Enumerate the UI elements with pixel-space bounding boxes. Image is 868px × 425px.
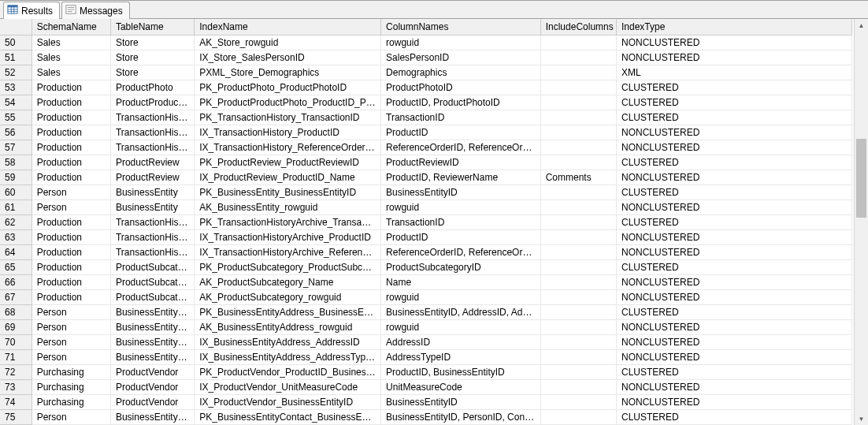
- cell-index[interactable]: PK_ProductProductPhoto_ProductID_Prod...: [195, 95, 381, 110]
- cell-inc[interactable]: [540, 275, 616, 290]
- cell-inc[interactable]: [540, 80, 616, 95]
- cell-cols[interactable]: ProductID: [381, 230, 541, 245]
- cell-schema[interactable]: Person: [32, 305, 110, 320]
- row-number[interactable]: 51: [0, 50, 32, 65]
- cell-inc[interactable]: [540, 35, 616, 50]
- table-row[interactable]: 53ProductionProductPhotoPK_ProductPhoto_…: [0, 80, 852, 95]
- cell-table[interactable]: ProductSubcate...: [110, 260, 194, 275]
- cell-cols[interactable]: BusinessEntityID: [381, 395, 541, 410]
- cell-type[interactable]: NONCLUSTERED: [616, 350, 851, 365]
- cell-type[interactable]: NONCLUSTERED: [616, 140, 851, 155]
- table-row[interactable]: 63ProductionTransactionHisto...IX_Transa…: [0, 230, 852, 245]
- row-number[interactable]: 63: [0, 230, 32, 245]
- cell-inc[interactable]: [540, 320, 616, 335]
- cell-type[interactable]: NONCLUSTERED: [616, 50, 851, 65]
- vertical-scrollbar[interactable]: ▲ ▼: [854, 19, 868, 425]
- cell-schema[interactable]: Sales: [32, 65, 110, 80]
- cell-cols[interactable]: rowguid: [381, 290, 541, 305]
- table-row[interactable]: 66ProductionProductSubcate...AK_ProductS…: [0, 275, 852, 290]
- cell-type[interactable]: XML: [616, 65, 851, 80]
- cell-schema[interactable]: Sales: [32, 35, 110, 50]
- cell-type[interactable]: NONCLUSTERED: [616, 335, 851, 350]
- row-number[interactable]: 68: [0, 305, 32, 320]
- cell-schema[interactable]: Purchasing: [32, 380, 110, 395]
- cell-type[interactable]: NONCLUSTERED: [616, 395, 851, 410]
- row-number[interactable]: 58: [0, 155, 32, 170]
- cell-table[interactable]: ProductVendor: [110, 365, 194, 380]
- cell-index[interactable]: IX_ProductVendor_BusinessEntityID: [195, 395, 381, 410]
- cell-schema[interactable]: Production: [32, 290, 110, 305]
- cell-index[interactable]: IX_ProductReview_ProductID_Name: [195, 170, 381, 185]
- cell-table[interactable]: TransactionHisto...: [110, 230, 194, 245]
- col-header-table[interactable]: TableName: [110, 19, 194, 35]
- cell-index[interactable]: PK_ProductReview_ProductReviewID: [195, 155, 381, 170]
- table-row[interactable]: 51SalesStoreIX_Store_SalesPersonIDSalesP…: [0, 50, 852, 65]
- table-row[interactable]: 58ProductionProductReviewPK_ProductRevie…: [0, 155, 852, 170]
- cell-index[interactable]: AK_BusinessEntity_rowguid: [195, 200, 381, 215]
- cell-schema[interactable]: Production: [32, 140, 110, 155]
- cell-inc[interactable]: [540, 155, 616, 170]
- table-row[interactable]: 54ProductionProductProductP...PK_Product…: [0, 95, 852, 110]
- row-number[interactable]: 59: [0, 170, 32, 185]
- cell-index[interactable]: AK_Store_rowguid: [195, 35, 381, 50]
- cell-schema[interactable]: Person: [32, 335, 110, 350]
- cell-table[interactable]: ProductSubcate...: [110, 275, 194, 290]
- scroll-down-arrow[interactable]: ▼: [855, 412, 868, 425]
- cell-inc[interactable]: [540, 245, 616, 260]
- row-number[interactable]: 50: [0, 35, 32, 50]
- table-row[interactable]: 75PersonBusinessEntityCo...PK_BusinessEn…: [0, 410, 852, 425]
- cell-table[interactable]: TransactionHistory: [110, 140, 194, 155]
- scroll-thumb[interactable]: [856, 139, 866, 218]
- cell-schema[interactable]: Production: [32, 275, 110, 290]
- cell-cols[interactable]: TransactionID: [381, 110, 541, 125]
- cell-cols[interactable]: BusinessEntityID, PersonID, ContactT...: [381, 410, 541, 425]
- table-row[interactable]: 67ProductionProductSubcate...AK_ProductS…: [0, 290, 852, 305]
- cell-schema[interactable]: Production: [32, 215, 110, 230]
- cell-index[interactable]: PXML_Store_Demographics: [195, 65, 381, 80]
- row-number[interactable]: 52: [0, 65, 32, 80]
- cell-schema[interactable]: Person: [32, 350, 110, 365]
- cell-table[interactable]: ProductProductP...: [110, 95, 194, 110]
- cell-schema[interactable]: Production: [32, 80, 110, 95]
- cell-schema[interactable]: Production: [32, 110, 110, 125]
- cell-type[interactable]: NONCLUSTERED: [616, 290, 851, 305]
- row-number[interactable]: 72: [0, 365, 32, 380]
- table-row[interactable]: 52SalesStorePXML_Store_DemographicsDemog…: [0, 65, 852, 80]
- cell-table[interactable]: BusinessEntityAd...: [110, 320, 194, 335]
- table-row[interactable]: 57ProductionTransactionHistoryIX_Transac…: [0, 140, 852, 155]
- cell-type[interactable]: CLUSTERED: [616, 110, 851, 125]
- table-row[interactable]: 68PersonBusinessEntityAd...PK_BusinessEn…: [0, 305, 852, 320]
- table-row[interactable]: 56ProductionTransactionHistoryIX_Transac…: [0, 125, 852, 140]
- row-header-corner[interactable]: [0, 19, 32, 35]
- row-number[interactable]: 64: [0, 245, 32, 260]
- scroll-up-arrow[interactable]: ▲: [855, 19, 868, 32]
- cell-cols[interactable]: rowguid: [381, 320, 541, 335]
- results-grid[interactable]: SchemaName TableName IndexName ColumnNam…: [0, 19, 854, 425]
- cell-index[interactable]: IX_TransactionHistoryArchive_ProductID: [195, 230, 381, 245]
- row-number[interactable]: 66: [0, 275, 32, 290]
- cell-inc[interactable]: [540, 305, 616, 320]
- cell-inc[interactable]: [540, 50, 616, 65]
- cell-type[interactable]: CLUSTERED: [616, 185, 851, 200]
- cell-index[interactable]: IX_TransactionHistory_ProductID: [195, 125, 381, 140]
- row-number[interactable]: 70: [0, 335, 32, 350]
- cell-index[interactable]: IX_TransactionHistoryArchive_ReferenceOr…: [195, 245, 381, 260]
- cell-cols[interactable]: SalesPersonID: [381, 50, 541, 65]
- cell-schema[interactable]: Person: [32, 320, 110, 335]
- cell-inc[interactable]: [540, 335, 616, 350]
- cell-table[interactable]: Store: [110, 50, 194, 65]
- cell-table[interactable]: ProductSubcate...: [110, 290, 194, 305]
- row-number[interactable]: 53: [0, 80, 32, 95]
- row-number[interactable]: 54: [0, 95, 32, 110]
- cell-inc[interactable]: [540, 65, 616, 80]
- cell-type[interactable]: CLUSTERED: [616, 215, 851, 230]
- cell-inc[interactable]: [540, 215, 616, 230]
- cell-table[interactable]: TransactionHisto...: [110, 245, 194, 260]
- row-number[interactable]: 69: [0, 320, 32, 335]
- table-row[interactable]: 72PurchasingProductVendorPK_ProductVendo…: [0, 365, 852, 380]
- cell-schema[interactable]: Production: [32, 245, 110, 260]
- cell-table[interactable]: ProductPhoto: [110, 80, 194, 95]
- cell-index[interactable]: PK_ProductSubcategory_ProductSubcateg...: [195, 260, 381, 275]
- col-header-index[interactable]: IndexName: [195, 19, 381, 35]
- cell-type[interactable]: NONCLUSTERED: [616, 230, 851, 245]
